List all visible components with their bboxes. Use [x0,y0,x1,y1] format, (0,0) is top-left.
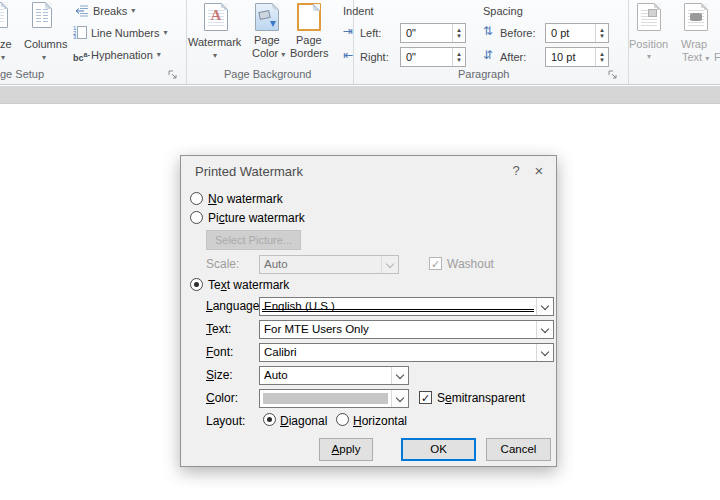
language-dropdown-button[interactable] [536,298,553,315]
breaks-button[interactable]: Breaks ▾ [75,2,135,20]
watermark-dropdown-arrow[interactable]: ▾ [213,52,217,60]
watermark-button[interactable]: A [204,3,228,31]
horizontal-label[interactable]: Horizontal [353,414,407,428]
printed-watermark-dialog: Printed Watermark ? × No watermark Pictu… [180,155,557,467]
semitransparent-label[interactable]: Semitransparent [437,391,525,405]
indent-right-spinner[interactable]: 0" ▴▾ [400,47,466,67]
spacing-before-spin-buttons[interactable]: ▴▾ [595,24,608,42]
columns-button-label[interactable]: Columns [24,38,67,50]
page-background-group-label: Page Background [224,68,311,80]
breaks-icon [75,4,89,18]
font-dropdown-button[interactable] [536,344,553,361]
spacing-before-icon: ⇅ [483,24,493,38]
wrap-text-dropdown-arrow: ▾ [705,54,709,63]
indent-right-spin-buttons[interactable]: ▴▾ [452,48,465,66]
columns-button[interactable] [32,2,52,28]
position-icon [637,3,661,31]
size-icon [0,2,8,28]
size-button-label[interactable]: ze [0,38,12,50]
page-color-label-1[interactable]: Page [254,34,280,46]
text-dropdown-button[interactable] [536,321,553,338]
hyphenation-label: Hyphenation [91,49,153,61]
color-swatch [263,393,388,404]
cancel-button[interactable]: Cancel [486,438,551,461]
color-label: Color: [206,391,238,405]
semitransparent-checkbox[interactable]: ✓ [419,391,432,404]
ok-button[interactable]: OK [401,438,476,461]
size-dropdown-button[interactable] [391,367,408,384]
page-color-dropdown-arrow: ▾ [281,50,285,59]
text-watermark-label[interactable]: Text watermark [208,278,289,292]
hyphenation-button[interactable]: bca- Hyphenation ▾ [73,46,161,64]
apply-button[interactable]: Apply [319,438,373,461]
help-button[interactable]: ? [506,161,526,181]
position-dropdown-arrow: ▾ [647,53,651,61]
spin-down-icon[interactable]: ▾ [600,57,604,63]
font-value[interactable]: Calibri [264,346,297,358]
page-borders-label-1[interactable]: Page [296,34,322,46]
spacing-after-value[interactable]: 10 pt [546,48,595,66]
paragraph-dialog-launcher-icon[interactable] [608,70,618,80]
spacing-after-spin-buttons[interactable]: ▴▾ [595,48,608,66]
color-combobox[interactable] [259,389,409,408]
picture-watermark-radio[interactable] [190,211,203,224]
spin-down-icon[interactable]: ▾ [457,57,461,63]
indent-left-value[interactable]: 0" [401,24,452,42]
position-button-label: Position [629,38,668,50]
size-button[interactable] [0,2,8,28]
indent-left-spinner[interactable]: 0" ▴▾ [400,23,466,43]
text-label: Text: [206,322,231,336]
indent-left-label: Left: [360,27,381,39]
breaks-dropdown-arrow: ▾ [131,7,135,15]
close-button[interactable]: × [529,161,549,181]
select-picture-button: Select Picture... [206,230,301,250]
scale-value: Auto [264,258,288,270]
line-numbers-button[interactable]: 123 Line Numbers ▾ [73,24,168,42]
page-color-label-2[interactable]: Color ▾ [252,47,285,59]
paragraph-group-label: Paragraph [458,68,509,80]
check-icon: ✓ [431,258,440,270]
picture-watermark-label[interactable]: Picture watermark [208,211,305,225]
close-icon: × [535,162,544,179]
page-borders-button[interactable] [297,3,321,31]
watermark-button-label[interactable]: Watermark [188,36,241,48]
no-watermark-radio[interactable] [190,192,203,205]
watermark-icon: A [204,3,228,31]
indent-left-spin-buttons[interactable]: ▴▾ [452,24,465,42]
color-dropdown-button[interactable] [391,390,408,407]
page-setup-dialog-launcher-icon[interactable] [168,70,178,80]
text-value[interactable]: For MTE Users Only [264,323,369,335]
spacing-after-icon: ⇵ [483,48,493,62]
indent-right-value[interactable]: 0" [401,48,452,66]
page-setup-group-label: ge Setup [0,68,44,80]
spin-down-icon[interactable]: ▾ [457,33,461,39]
ribbon-bottom-strip [0,86,720,104]
size-value[interactable]: Auto [264,369,288,381]
help-icon: ? [512,163,519,178]
spacing-after-spinner[interactable]: 10 pt ▴▾ [545,47,609,67]
font-combobox[interactable]: Calibri [259,343,554,362]
columns-icon [32,2,52,28]
diagonal-radio[interactable] [263,413,276,426]
size-dropdown-arrow[interactable]: ▾ [1,54,5,62]
diagonal-label[interactable]: Diagonal [280,414,327,428]
text-combobox[interactable]: For MTE Users Only [259,320,554,339]
spacing-before-label: Before: [500,27,535,39]
horizontal-radio[interactable] [336,413,349,426]
page-color-button[interactable] [255,3,279,31]
columns-dropdown-arrow[interactable]: ▾ [42,54,46,62]
chevron-down-icon [386,260,394,268]
language-combobox[interactable]: English (U.S.) [259,297,554,316]
chevron-down-icon [541,302,549,310]
wrap-text-button [684,3,708,31]
dialog-title: Printed Watermark [195,164,303,179]
spin-down-icon[interactable]: ▾ [600,33,604,39]
no-watermark-label[interactable]: No watermark [208,192,283,206]
text-watermark-radio[interactable] [190,278,203,291]
chevron-down-icon [541,325,549,333]
size-combobox[interactable]: Auto [259,366,409,385]
spacing-before-value[interactable]: 0 pt [546,24,595,42]
page-borders-label-2[interactable]: Borders [290,47,329,59]
spacing-before-spinner[interactable]: 0 pt ▴▾ [545,23,609,43]
scale-label: Scale: [206,257,239,271]
